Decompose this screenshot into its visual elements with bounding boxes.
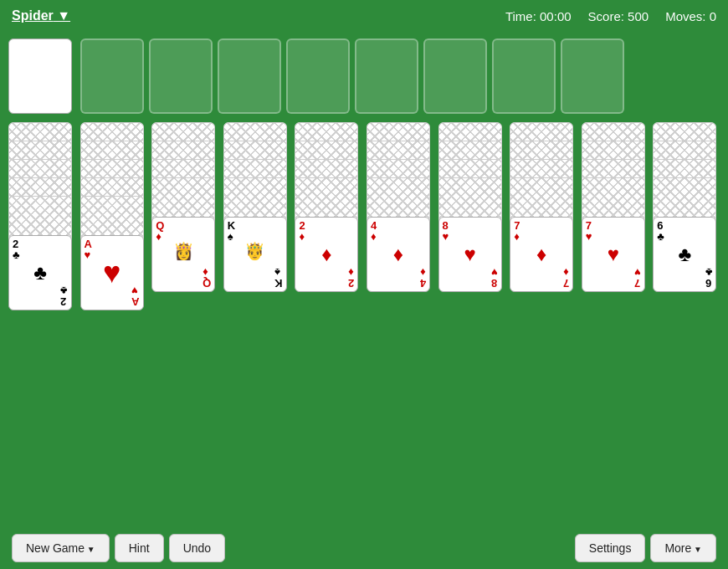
- game-title[interactable]: Spider ▼: [12, 8, 70, 23]
- card-2c[interactable]: 2♣ ♣ 2♣: [8, 235, 72, 310]
- score-stat: Score: 500: [588, 9, 649, 23]
- footer-right: Settings More: [575, 534, 716, 562]
- foundation-slot-7: [492, 38, 556, 114]
- column-3[interactable]: K♠ 🤴 K♠: [223, 122, 290, 519]
- foundation-slot-1: [80, 38, 144, 114]
- card-8h[interactable]: 8♥ ♥ 8♥: [438, 217, 502, 292]
- foundation-row: [80, 38, 720, 114]
- title-arrow: ▼: [54, 8, 70, 23]
- hint-button[interactable]: Hint: [115, 534, 164, 562]
- more-button[interactable]: More: [650, 534, 716, 562]
- header: Spider ▼ Time: 00:00 Score: 500 Moves: 0: [0, 0, 728, 32]
- column-5[interactable]: 4♦ ♦ 4♦: [367, 122, 433, 519]
- column-6[interactable]: 8♥ ♥ 8♥: [438, 122, 505, 519]
- new-game-button[interactable]: New Game: [12, 534, 110, 562]
- score-value: 500: [628, 9, 649, 23]
- foundation-slot-4: [286, 38, 350, 114]
- column-9[interactable]: 6♣ ♣ 6♣: [653, 122, 720, 519]
- settings-button[interactable]: Settings: [575, 534, 646, 562]
- column-2[interactable]: Q♦ 👸 Q♦: [151, 122, 218, 519]
- stock-area[interactable]: [8, 38, 72, 114]
- moves-stat: Moves: 0: [665, 9, 716, 23]
- undo-button[interactable]: Undo: [169, 534, 225, 562]
- column-1[interactable]: A♥ ♥ A♥: [80, 122, 147, 519]
- card-ks[interactable]: K♠ 🤴 K♠: [223, 217, 287, 292]
- card-qd[interactable]: Q♦ 👸 Q♦: [151, 217, 215, 292]
- foundation-slot-8: [561, 38, 624, 114]
- card-7d[interactable]: 7♦ ♦ 7♦: [510, 217, 573, 292]
- column-4[interactable]: 2♦ ♦ 2♦: [295, 122, 361, 519]
- foundation-slot-3: [218, 38, 281, 114]
- card-6c[interactable]: 6♣ ♣ 6♣: [653, 217, 716, 292]
- time-value: 00:00: [540, 9, 572, 23]
- foundation-slot-5: [355, 38, 418, 114]
- foundation-slot-6: [423, 38, 487, 114]
- card-2d[interactable]: 2♦ ♦ 2♦: [295, 217, 358, 292]
- columns-area: 2♣ ♣ 2♣ A♥ ♥ A♥ Q♦ 👸: [8, 122, 720, 519]
- foundation-slot-2: [149, 38, 213, 114]
- footer: New Game Hint Undo Settings More: [0, 527, 728, 569]
- card-ah[interactable]: A♥ ♥ A♥: [80, 235, 144, 310]
- game-area: 2♣ ♣ 2♣ A♥ ♥ A♥ Q♦ 👸: [0, 32, 728, 527]
- title-text: Spider: [12, 8, 54, 23]
- card-4d[interactable]: 4♦ ♦ 4♦: [367, 217, 430, 292]
- card-7h[interactable]: 7♥ ♥ 7♥: [582, 217, 645, 292]
- footer-left: New Game Hint Undo: [12, 534, 225, 562]
- stock-pile[interactable]: [8, 38, 72, 114]
- moves-value: 0: [710, 9, 716, 23]
- time-stat: Time: 00:00: [505, 9, 572, 23]
- column-7[interactable]: 7♦ ♦ 7♦: [510, 122, 577, 519]
- column-8[interactable]: 7♥ ♥ 7♥: [582, 122, 649, 519]
- column-0[interactable]: 2♣ ♣ 2♣: [8, 122, 75, 519]
- stats-panel: Time: 00:00 Score: 500 Moves: 0: [505, 9, 716, 23]
